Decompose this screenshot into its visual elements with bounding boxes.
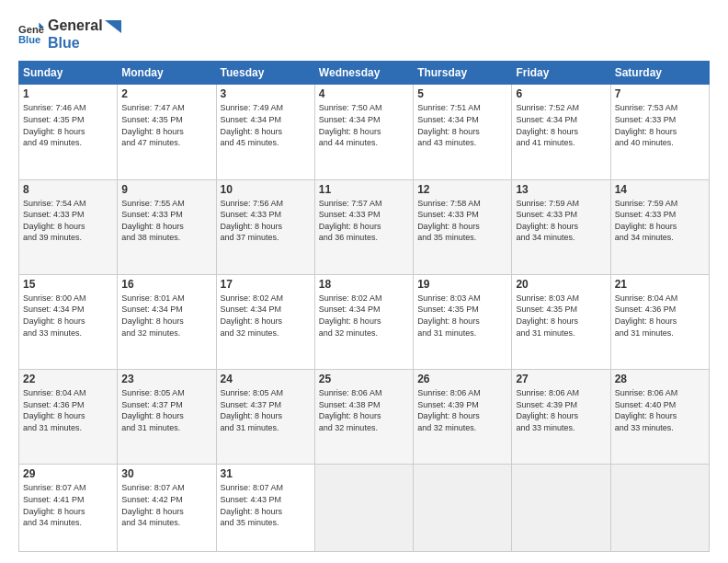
- day-number: 5: [417, 87, 507, 100]
- calendar-cell: 17 Sunrise: 8:02 AMSunset: 4:34 PMDaylig…: [216, 274, 314, 369]
- day-number: 8: [23, 183, 113, 196]
- weekday-header-sunday: Sunday: [19, 62, 118, 85]
- weekday-header-monday: Monday: [118, 62, 216, 85]
- calendar-cell: 16 Sunrise: 8:01 AMSunset: 4:34 PMDaylig…: [118, 274, 216, 369]
- weekday-header-wednesday: Wednesday: [314, 62, 413, 85]
- day-info: Sunrise: 7:59 AMSunset: 4:33 PMDaylight:…: [615, 198, 705, 244]
- calendar-cell: 27 Sunrise: 8:06 AMSunset: 4:39 PMDaylig…: [512, 370, 610, 465]
- day-number: 23: [121, 373, 211, 385]
- calendar-cell: 28 Sunrise: 8:06 AMSunset: 4:40 PMDaylig…: [610, 370, 709, 465]
- calendar-cell: 25 Sunrise: 8:06 AMSunset: 4:38 PMDaylig…: [314, 370, 413, 465]
- day-info: Sunrise: 8:01 AMSunset: 4:34 PMDaylight:…: [121, 293, 211, 339]
- day-info: Sunrise: 8:04 AMSunset: 4:36 PMDaylight:…: [615, 293, 705, 339]
- calendar-cell: 31 Sunrise: 8:07 AMSunset: 4:43 PMDaylig…: [216, 465, 314, 552]
- day-info: Sunrise: 8:02 AMSunset: 4:34 PMDaylight:…: [221, 293, 311, 339]
- calendar-cell: 14 Sunrise: 7:59 AMSunset: 4:33 PMDaylig…: [610, 179, 709, 274]
- calendar-cell: 7 Sunrise: 7:53 AMSunset: 4:33 PMDayligh…: [610, 85, 709, 179]
- calendar-cell: 2 Sunrise: 7:47 AMSunset: 4:35 PMDayligh…: [118, 85, 216, 179]
- svg-text:Blue: Blue: [18, 34, 40, 45]
- day-number: 6: [516, 87, 606, 100]
- day-number: 24: [221, 373, 311, 385]
- calendar-cell: 22 Sunrise: 8:04 AMSunset: 4:36 PMDaylig…: [19, 370, 118, 465]
- calendar-cell: 23 Sunrise: 8:05 AMSunset: 4:37 PMDaylig…: [118, 370, 216, 465]
- calendar-cell: [610, 465, 709, 552]
- weekday-header-row: SundayMondayTuesdayWednesdayThursdayFrid…: [19, 62, 710, 85]
- logo-icon: General Blue: [18, 21, 44, 47]
- day-number: 30: [121, 467, 211, 480]
- calendar-cell: 8 Sunrise: 7:54 AMSunset: 4:33 PMDayligh…: [19, 179, 118, 274]
- day-info: Sunrise: 8:06 AMSunset: 4:40 PMDaylight:…: [615, 387, 705, 433]
- day-number: 11: [319, 183, 409, 196]
- day-number: 15: [23, 278, 113, 291]
- day-info: Sunrise: 7:55 AMSunset: 4:33 PMDaylight:…: [121, 198, 211, 244]
- week-row-4: 22 Sunrise: 8:04 AMSunset: 4:36 PMDaylig…: [19, 370, 710, 465]
- day-number: 14: [615, 183, 705, 196]
- day-number: 21: [615, 278, 705, 291]
- day-number: 13: [516, 183, 606, 196]
- weekday-header-friday: Friday: [512, 62, 610, 85]
- week-row-2: 8 Sunrise: 7:54 AMSunset: 4:33 PMDayligh…: [19, 179, 710, 274]
- day-info: Sunrise: 7:46 AMSunset: 4:35 PMDaylight:…: [23, 102, 113, 148]
- weekday-header-tuesday: Tuesday: [216, 62, 314, 85]
- day-number: 7: [615, 87, 705, 100]
- day-number: 27: [516, 373, 606, 385]
- calendar-cell: 3 Sunrise: 7:49 AMSunset: 4:34 PMDayligh…: [216, 85, 314, 179]
- calendar-cell: 11 Sunrise: 7:57 AMSunset: 4:33 PMDaylig…: [314, 179, 413, 274]
- day-info: Sunrise: 7:59 AMSunset: 4:33 PMDaylight:…: [516, 198, 606, 244]
- day-number: 19: [417, 278, 507, 291]
- day-number: 10: [221, 183, 311, 196]
- day-info: Sunrise: 8:00 AMSunset: 4:34 PMDaylight:…: [23, 293, 113, 339]
- day-number: 2: [121, 87, 211, 100]
- day-number: 22: [23, 373, 113, 385]
- calendar-cell: 29 Sunrise: 8:07 AMSunset: 4:41 PMDaylig…: [19, 465, 118, 552]
- weekday-header-saturday: Saturday: [610, 62, 709, 85]
- day-info: Sunrise: 8:07 AMSunset: 4:43 PMDaylight:…: [221, 482, 311, 528]
- weekday-header-thursday: Thursday: [414, 62, 512, 85]
- svg-marker-3: [105, 20, 121, 33]
- day-info: Sunrise: 7:52 AMSunset: 4:34 PMDaylight:…: [516, 102, 606, 148]
- day-number: 9: [121, 183, 211, 196]
- calendar-cell: 5 Sunrise: 7:51 AMSunset: 4:34 PMDayligh…: [414, 85, 512, 179]
- day-info: Sunrise: 7:51 AMSunset: 4:34 PMDaylight:…: [417, 102, 507, 148]
- calendar-cell: 24 Sunrise: 8:05 AMSunset: 4:37 PMDaylig…: [216, 370, 314, 465]
- week-row-5: 29 Sunrise: 8:07 AMSunset: 4:41 PMDaylig…: [19, 465, 710, 552]
- page: General Blue General Blue SundayMondayTu…: [0, 0, 728, 563]
- day-number: 28: [615, 373, 705, 385]
- day-number: 17: [221, 278, 311, 291]
- calendar-cell: 12 Sunrise: 7:58 AMSunset: 4:33 PMDaylig…: [414, 179, 512, 274]
- day-info: Sunrise: 8:06 AMSunset: 4:39 PMDaylight:…: [516, 387, 606, 433]
- calendar-cell: 4 Sunrise: 7:50 AMSunset: 4:34 PMDayligh…: [314, 85, 413, 179]
- calendar-cell: 19 Sunrise: 8:03 AMSunset: 4:35 PMDaylig…: [414, 274, 512, 369]
- day-info: Sunrise: 7:56 AMSunset: 4:33 PMDaylight:…: [221, 198, 311, 244]
- day-info: Sunrise: 8:07 AMSunset: 4:41 PMDaylight:…: [23, 482, 113, 528]
- day-info: Sunrise: 7:54 AMSunset: 4:33 PMDaylight:…: [23, 198, 113, 244]
- calendar-cell: [512, 465, 610, 552]
- calendar-cell: 26 Sunrise: 8:06 AMSunset: 4:39 PMDaylig…: [414, 370, 512, 465]
- week-row-3: 15 Sunrise: 8:00 AMSunset: 4:34 PMDaylig…: [19, 274, 710, 369]
- day-info: Sunrise: 8:04 AMSunset: 4:36 PMDaylight:…: [23, 387, 113, 433]
- calendar-cell: 10 Sunrise: 7:56 AMSunset: 4:33 PMDaylig…: [216, 179, 314, 274]
- calendar-cell: 6 Sunrise: 7:52 AMSunset: 4:34 PMDayligh…: [512, 85, 610, 179]
- calendar-cell: 13 Sunrise: 7:59 AMSunset: 4:33 PMDaylig…: [512, 179, 610, 274]
- calendar-cell: 9 Sunrise: 7:55 AMSunset: 4:33 PMDayligh…: [118, 179, 216, 274]
- day-info: Sunrise: 7:49 AMSunset: 4:34 PMDaylight:…: [221, 102, 311, 148]
- calendar-table: SundayMondayTuesdayWednesdayThursdayFrid…: [18, 61, 710, 552]
- day-info: Sunrise: 7:50 AMSunset: 4:34 PMDaylight:…: [319, 102, 409, 148]
- day-number: 3: [221, 87, 311, 100]
- header: General Blue General Blue: [18, 17, 710, 52]
- day-info: Sunrise: 7:58 AMSunset: 4:33 PMDaylight:…: [417, 198, 507, 244]
- calendar-cell: 20 Sunrise: 8:03 AMSunset: 4:35 PMDaylig…: [512, 274, 610, 369]
- logo: General Blue General Blue: [18, 17, 121, 52]
- calendar-cell: 18 Sunrise: 8:02 AMSunset: 4:34 PMDaylig…: [314, 274, 413, 369]
- day-number: 25: [319, 373, 409, 385]
- day-number: 4: [319, 87, 409, 100]
- day-info: Sunrise: 8:05 AMSunset: 4:37 PMDaylight:…: [221, 387, 311, 433]
- day-number: 31: [221, 467, 311, 480]
- day-number: 1: [23, 87, 113, 100]
- day-info: Sunrise: 7:47 AMSunset: 4:35 PMDaylight:…: [121, 102, 211, 148]
- calendar-cell: 30 Sunrise: 8:07 AMSunset: 4:42 PMDaylig…: [118, 465, 216, 552]
- calendar-cell: [314, 465, 413, 552]
- day-info: Sunrise: 8:03 AMSunset: 4:35 PMDaylight:…: [516, 293, 606, 339]
- day-number: 12: [417, 183, 507, 196]
- day-info: Sunrise: 8:07 AMSunset: 4:42 PMDaylight:…: [121, 482, 211, 528]
